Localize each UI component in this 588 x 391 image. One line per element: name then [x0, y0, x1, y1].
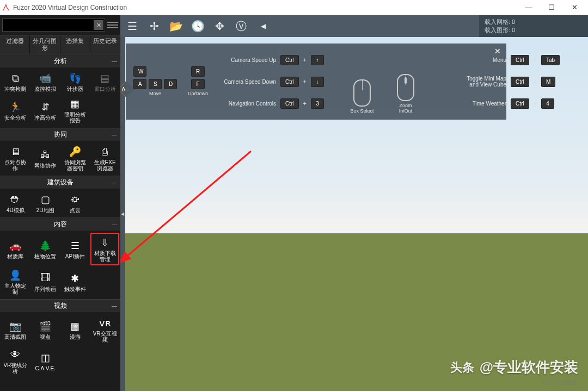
status-grid: 载入网格: 0 — [485, 18, 583, 26]
clear-search-icon[interactable]: ✕ — [94, 20, 103, 30]
tab-geometry[interactable]: 分几何图 形 — [30, 35, 60, 54]
mouse-zoom-icon — [397, 74, 414, 101]
status-shape: 载入图形: 0 — [485, 26, 583, 34]
vr-icon[interactable]: ⓥ — [234, 18, 249, 34]
titlebar: Fuzor 2020 Virtual Design Construction —… — [0, 0, 588, 15]
tool-screenshot[interactable]: 📷高清截图 — [1, 314, 30, 345]
tool-p2p[interactable]: 🖥点对点协 作 — [1, 143, 30, 173]
tool-pedometer[interactable]: 👣计步器 — [61, 70, 90, 94]
list-icon[interactable]: ☰ — [125, 18, 140, 34]
axis-icon[interactable]: ✢ — [146, 18, 162, 34]
tool-camera-sim[interactable]: 📹监控模拟 — [31, 70, 60, 94]
tool-api[interactable]: ☰API插件 — [61, 233, 90, 265]
tab-filter[interactable]: 过滤器 — [0, 35, 30, 54]
tool-trigger[interactable]: ✱触发事件 — [61, 266, 90, 297]
viewport[interactable]: ☰ ✢ 📂 🕓 ✥ ⓥ ◀ 载入网格: 0 载入图形: 0 ◀ A↔ ✕ W A — [120, 15, 588, 391]
filter-tabs: 过滤器 分几何图 形 选择集 历史记录 — [0, 35, 120, 54]
section-building-header[interactable]: 建筑设备— — [0, 176, 120, 189]
key-r: R — [191, 66, 205, 77]
collapse-icon[interactable]: — — [112, 58, 117, 64]
watermark-sub: ©51CTO博客 — [542, 378, 577, 387]
section-video-header[interactable]: 视频— — [0, 300, 120, 312]
tool-vr-sight[interactable]: 👁VR视线分 析 — [1, 346, 30, 376]
search-input[interactable] — [4, 22, 94, 28]
key-a: A — [133, 79, 146, 89]
sidebar: ✕ 过滤器 分几何图 形 选择集 历史记录 分析— ⧉冲突检测 📹监控模拟 👣计… — [0, 15, 120, 391]
watermark: 头条 @专业软件安装 — [450, 358, 578, 377]
key-f: F — [191, 79, 204, 89]
collapse-icon[interactable]: — — [112, 221, 117, 227]
tool-pointcloud[interactable]: ⛮点云 — [61, 191, 90, 215]
app-logo-icon — [2, 4, 10, 11]
tool-roam[interactable]: ▩漫游 — [61, 314, 90, 345]
tool-cave[interactable]: ◫C.A.V.E. — [31, 346, 60, 376]
tool-exe[interactable]: ⎙生成EXE 浏览器 — [90, 143, 119, 173]
status-panel: 载入网格: 0 载入图形: 0 — [479, 15, 588, 37]
key-s: S — [149, 79, 162, 89]
tool-material-lib[interactable]: 🚗材质库 — [1, 233, 30, 265]
window-title: Fuzor 2020 Virtual Design Construction — [13, 4, 517, 11]
key-w: W — [133, 66, 146, 77]
tool-lighting[interactable]: ▦照明分析 报告 — [61, 95, 90, 126]
tool-sequence[interactable]: 🎞序列动画 — [31, 266, 60, 297]
chevron-left-icon[interactable]: ◀ — [255, 18, 271, 34]
close-button[interactable]: ✕ — [563, 1, 586, 15]
search-box[interactable]: ✕ — [2, 18, 105, 32]
tool-safety[interactable]: 🏃安全分析 — [1, 95, 30, 126]
hint-close-icon[interactable]: ✕ — [494, 47, 501, 55]
menu-icon[interactable] — [107, 20, 118, 30]
collapse-icon[interactable]: — — [112, 303, 117, 309]
collapse-icon[interactable]: — — [112, 179, 117, 185]
folder-icon[interactable]: 📂 — [168, 18, 183, 34]
tool-viewpoint[interactable]: 🎬视点 — [31, 314, 60, 345]
mouse-boxselect-icon — [353, 79, 371, 107]
tool-clearance[interactable]: ⇵净高分析 — [31, 95, 60, 126]
tool-browser-key[interactable]: 🔑协同浏览 器密钥 — [61, 143, 90, 173]
move-icon[interactable]: ✥ — [212, 18, 227, 34]
tab-history[interactable]: 历史记录 — [90, 35, 120, 54]
tool-clash[interactable]: ⧉冲突检测 — [1, 70, 30, 94]
maximize-button[interactable]: ☐ — [540, 1, 563, 15]
tool-vr-video[interactable]: ᴠʀVR交互视 频 — [90, 314, 119, 345]
tool-4d[interactable]: ⛑4D模拟 — [1, 191, 30, 215]
minimize-button[interactable]: — — [517, 1, 540, 15]
section-content-header[interactable]: 内容— — [0, 218, 120, 231]
controls-hint-panel: ✕ W A S D Move R F Up/Down — [126, 44, 506, 120]
collapse-icon[interactable]: — — [112, 132, 117, 138]
tool-window-analysis[interactable]: ▤窗口分析 — [90, 70, 119, 94]
tool-material-download[interactable]: ⇩材质下载 管理 — [90, 233, 119, 265]
tool-plant[interactable]: 🌲植物位置 — [31, 233, 60, 265]
clock-icon[interactable]: 🕓 — [190, 18, 205, 34]
section-collab-header[interactable]: 协同— — [0, 128, 120, 141]
tab-selection[interactable]: 选择集 — [60, 35, 90, 54]
section-analysis-header[interactable]: 分析— — [0, 55, 120, 67]
key-d: D — [164, 79, 177, 89]
tool-avatar[interactable]: 👤主人物定 制 — [1, 266, 30, 297]
tool-network[interactable]: 🖧网络协作 — [31, 143, 60, 173]
tool-2dmap[interactable]: ▢2D地图 — [31, 191, 60, 215]
